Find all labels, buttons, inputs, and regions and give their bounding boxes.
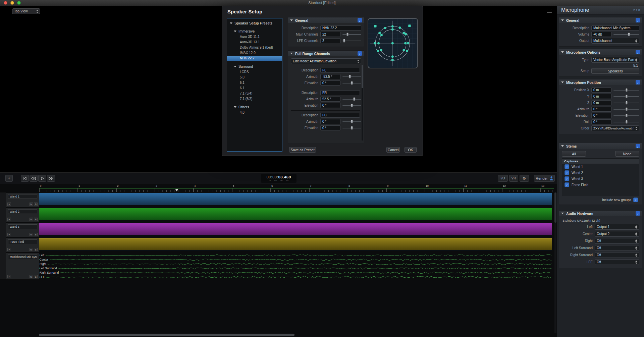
timeline-ruler[interactable]: 012345678910111213 [0,184,557,194]
channel-description-input[interactable]: FC [320,113,360,118]
track-name[interactable]: Force Field [8,239,37,244]
azimuth-slider[interactable] [342,74,361,79]
solo-button[interactable]: S [34,203,38,206]
azimuth-input[interactable]: -52.5 ° [320,74,340,79]
preset-item[interactable]: 5.1 [227,80,282,85]
azimuth-input[interactable]: 0 ° [320,119,340,124]
save-as-preset-button[interactable]: Save as Preset [289,147,316,153]
position-slider[interactable] [613,101,639,105]
horizontal-scrollbar[interactable] [39,334,294,336]
hardware-output-select[interactable]: Off [595,259,639,265]
track-name[interactable]: Wand 2 [8,209,37,214]
ok-button[interactable]: OK [405,147,417,153]
mute-button[interactable]: M [30,275,33,278]
mute-button[interactable]: M [30,203,33,206]
info-icon[interactable] [636,211,640,216]
add-automation-button[interactable]: + [7,218,11,221]
solo-button[interactable]: S [34,233,38,236]
disclosure-triangle-icon[interactable] [234,31,236,32]
rewind-button[interactable] [30,175,38,182]
preset-item[interactable]: 7.1 (3/4) [227,91,282,96]
solo-button[interactable]: S [34,218,38,221]
mute-button[interactable]: M [30,248,33,251]
playhead-line[interactable] [177,188,177,333]
elevation-input[interactable]: 0 ° [320,80,340,86]
vr-button[interactable]: VR [509,175,518,182]
preset-group[interactable]: Surround [227,61,282,69]
hardware-output-select[interactable]: Off [595,245,639,251]
cancel-button[interactable]: Cancel [386,147,400,153]
disclosure-triangle-icon[interactable] [561,145,564,147]
add-automation-button[interactable]: + [7,248,11,251]
preset-item[interactable]: 5.0 [227,75,282,80]
vertical-scrollbar[interactable] [554,192,556,333]
position-slider[interactable] [613,113,639,118]
capture-checkbox[interactable] [565,164,569,169]
add-automation-button[interactable]: + [7,275,11,278]
preset-item[interactable]: Dolby Atmos 9.1 (bed) [227,45,282,50]
preset-group[interactable]: Immersive [227,26,282,34]
elevation-slider[interactable] [342,103,361,108]
volume-input[interactable]: +0 dB [591,32,611,37]
disclosure-triangle-icon[interactable] [234,66,236,67]
section-header[interactable]: Audio Hardware [559,211,642,216]
disclosure-triangle-icon[interactable] [234,106,236,108]
position-slider[interactable] [613,107,639,111]
info-icon[interactable] [358,18,362,22]
capture-checkbox[interactable] [565,170,569,175]
mute-button[interactable]: M [30,233,33,236]
info-icon[interactable] [636,144,640,148]
hardware-output-select[interactable]: Output 1 [595,224,639,230]
azimuth-slider[interactable] [342,97,361,101]
section-header[interactable]: Full Range Channels [288,51,364,56]
info-icon[interactable] [636,50,640,54]
info-icon[interactable] [636,80,640,85]
output-select[interactable]: Multichannel [591,38,639,44]
disclosure-triangle-icon[interactable] [561,81,564,83]
speakers-setup-button[interactable]: Speakers [591,68,639,74]
add-track-button[interactable]: + [5,175,13,182]
solo-button[interactable]: S [34,248,38,251]
mute-button[interactable]: M [30,218,33,221]
stems-none-button[interactable]: None [615,151,639,157]
info-icon[interactable] [636,18,640,22]
elevation-slider[interactable] [342,126,361,130]
include-new-groups-checkbox[interactable] [633,198,638,202]
lfe-channels-input[interactable]: 2 [320,38,340,43]
lfe-channels-slider[interactable] [342,39,361,43]
position-slider[interactable] [613,120,639,124]
azimuth-slider[interactable] [342,119,361,124]
position-slider[interactable] [613,94,639,99]
mic-type-select[interactable]: Vector Base Amplitude Panning (V [591,57,639,63]
go-to-start-button[interactable] [21,175,29,182]
view-mode-select[interactable]: Top View [12,8,40,14]
fast-forward-button[interactable] [47,175,55,182]
preset-item[interactable]: 7.1 (5/2) [227,96,282,101]
info-icon[interactable] [358,51,362,56]
preset-item[interactable]: Auro-3D 13.1 [227,40,282,45]
preset-item[interactable]: Auro-3D 11.1 [227,34,282,39]
section-header[interactable]: General [559,17,642,23]
channel-description-input[interactable]: FR [320,90,360,95]
preset-group[interactable]: Others [227,102,282,110]
position-slider[interactable] [613,88,639,92]
hardware-output-select[interactable]: Output 2 [595,231,639,237]
preset-description-input[interactable]: NHK 22.2 [320,25,361,31]
preset-tree-root[interactable]: Speaker Setup Presets [227,18,282,26]
disclosure-triangle-icon[interactable] [230,22,232,24]
section-header[interactable]: Microphone Options [559,49,642,55]
disclosure-triangle-icon[interactable] [290,53,293,54]
audio-clip[interactable] [39,208,552,220]
capture-checkbox[interactable] [565,176,569,181]
add-automation-button[interactable]: + [7,233,11,236]
settings-button[interactable]: ⚙ [520,175,529,182]
io-button[interactable]: I/O [498,175,508,182]
section-header[interactable]: Stems [559,143,642,149]
preset-item[interactable]: 6.1 [227,86,282,91]
timecode-display[interactable]: 00:00:03.469 HrMinSecMs [261,174,297,183]
disclosure-triangle-icon[interactable] [561,19,564,21]
track-name[interactable]: Wand 3 [8,224,37,229]
section-header[interactable]: Microphone Position [559,79,642,85]
solo-button[interactable]: S [34,275,38,278]
stems-all-button[interactable]: All [562,151,586,157]
